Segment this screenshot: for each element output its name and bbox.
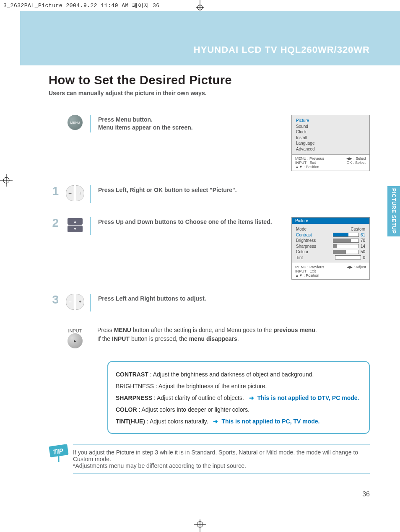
osd2-row: Sharpness14	[296, 244, 365, 249]
osd-main-menu: Picture Sound Clock Install Language Adv…	[291, 115, 370, 171]
osd-hint: INPUT : Exit	[295, 161, 346, 165]
up-down-buttons-icon: ▲▼	[68, 217, 83, 233]
step-number: 1	[49, 185, 59, 197]
tip-text: If you adjust the Picture in step 3 whil…	[73, 449, 358, 462]
left-right-buttons-icon: –+	[66, 294, 84, 310]
top-crop-mark	[194, 0, 206, 11]
step-2-text: Press Up and Down buttons to Choose one …	[90, 217, 285, 235]
section-tab: PICTURE SETUP	[387, 186, 400, 236]
osd-hint: ◀▶ : Select	[346, 156, 366, 161]
final-instruction: Press MENU button after the setting is d…	[97, 326, 370, 343]
osd-hint: ▲▼ : Position	[295, 165, 346, 169]
svg-text:TIP: TIP	[52, 447, 64, 456]
page-subtitle: Users can manually adjust the picture in…	[49, 90, 370, 96]
osd1-item: Install	[296, 135, 365, 141]
step-number: 3	[49, 294, 59, 306]
input-label: INPUT	[68, 328, 82, 333]
description-box: CONTRAST : Adjust the brightness and dar…	[107, 361, 370, 434]
osd1-item: Picture	[296, 118, 365, 124]
page-number: 36	[362, 490, 370, 498]
arrow-icon: ➜	[213, 418, 218, 425]
osd2-row: Tint0	[296, 255, 365, 261]
step-3-text: Press Left and Right buttons to adjust.	[90, 294, 285, 311]
step-1: 1 –+ Press Left, Right or OK button to s…	[49, 185, 370, 203]
arrow-icon: ➜	[249, 394, 254, 401]
osd2-row: Contrast61	[296, 232, 365, 238]
input-button-icon: ▸	[68, 333, 83, 348]
osd1-item: Language	[296, 140, 365, 146]
osd1-item: Clock	[296, 129, 365, 135]
page: 3_2632PAL_Picture 2004.9.22 11:49 AM 페이지…	[0, 0, 400, 532]
step-number: 2	[49, 217, 59, 229]
step-menu-line2: Menu items appear on the screen.	[98, 124, 193, 131]
step-3: 3 –+ Press Left and Right buttons to adj…	[49, 294, 370, 311]
left-crop-mark	[0, 174, 13, 187]
bottom-crop-mark	[194, 519, 206, 532]
step-2: 2 ▲▼ Press Up and Down buttons to Choose…	[49, 217, 370, 280]
osd-hint: ▲▼ : Position	[295, 273, 347, 278]
osd-hint: ◀▶ : Adjust	[347, 265, 366, 269]
osd1-item: Sound	[296, 124, 365, 130]
osd-hint: OK : Select	[346, 161, 366, 165]
tip-flag-icon: TIP	[49, 444, 70, 474]
page-title: How to Set the Desired Picture	[49, 73, 370, 87]
tip-note: *Adjustments menu may be different accor…	[73, 462, 246, 469]
osd2-row: ModeCustom	[296, 226, 365, 232]
osd-hint: INPUT : Exit	[295, 269, 347, 273]
osd-hint: MENU : Previous	[295, 265, 347, 269]
osd2-row: Brightness70	[296, 238, 365, 244]
osd2-row: Colour50	[296, 249, 365, 255]
step-menu-line1: Press Menu button.	[98, 116, 153, 123]
product-header: HYUNDAI LCD TV HQL260WR/320WR	[194, 44, 370, 55]
osd-picture-menu: Picture ModeCustomContrast61Brightness70…	[291, 217, 370, 280]
menu-button-icon: MENU	[68, 115, 83, 130]
step-menu: MENU Press Menu button. Menu items appea…	[49, 115, 370, 171]
left-right-buttons-icon: –+	[66, 185, 84, 201]
step-final: INPUT ▸ Press MENU button after the sett…	[49, 326, 370, 348]
header-band	[20, 11, 400, 65]
osd2-title: Picture	[292, 218, 369, 224]
step-1-text: Press Left, Right or OK button to select…	[90, 185, 285, 203]
osd-hint: MENU : Previous	[295, 156, 346, 161]
tip-block: TIP If you adjust the Picture in step 3 …	[49, 444, 370, 474]
content-area: How to Set the Desired Picture Users can…	[49, 73, 370, 434]
osd1-item: Advanced	[296, 146, 365, 152]
